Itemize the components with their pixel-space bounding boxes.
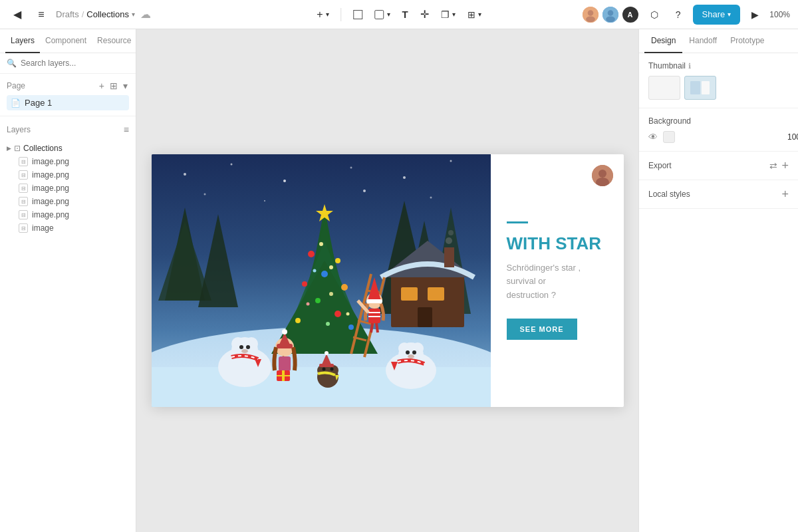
layer-item-3[interactable]: ⊟ image.png <box>4 195 132 208</box>
text-button[interactable]: T <box>397 5 414 25</box>
play-button[interactable]: ▶ <box>745 5 764 24</box>
help-button[interactable]: ? <box>669 5 688 24</box>
text-icon: T <box>402 9 408 20</box>
visibility-icon[interactable]: 👁 <box>648 132 658 142</box>
menu-button[interactable]: ≡ <box>32 5 51 24</box>
svg-point-29 <box>446 237 452 244</box>
breadcrumb-current[interactable]: Collections ▾ <box>86 9 135 19</box>
add-dropdown-icon: ▾ <box>326 11 329 18</box>
svg-rect-26 <box>428 287 444 301</box>
add-export-button[interactable]: + <box>781 160 789 172</box>
svg-point-42 <box>341 284 348 291</box>
export-section: Export ⇄ + <box>639 152 798 180</box>
svg-point-1 <box>587 10 593 16</box>
layer-item-4[interactable]: ⊟ image.png <box>4 208 132 221</box>
image-icon-0: ⊟ <box>19 157 28 166</box>
page-grid-button[interactable]: ⊞ <box>108 79 119 92</box>
card-avatar <box>592 165 613 186</box>
svg-rect-25 <box>401 287 418 301</box>
page-dropdown-button[interactable]: ▾ <box>122 79 129 92</box>
layer-item-1[interactable]: ⊟ image.png <box>4 168 132 182</box>
add-local-style-button[interactable]: + <box>781 188 789 200</box>
move-button[interactable]: ✛ <box>415 5 434 25</box>
zoom-level[interactable]: 100% <box>769 10 790 19</box>
play-icon: ▶ <box>751 9 759 20</box>
svg-point-52 <box>326 322 330 326</box>
svg-point-16 <box>430 197 432 199</box>
svg-line-67 <box>371 323 372 332</box>
back-icon: ◀ <box>13 8 21 21</box>
background-section: Background 👁 EFEFEF 100 % <box>639 108 798 152</box>
topbar-right: A ⬡ ? Share ▾ ▶ 100% <box>581 5 790 25</box>
layer-item-2[interactable]: ⊟ image.png <box>4 182 132 195</box>
layer-item-name-5: image <box>32 223 54 233</box>
tab-layers[interactable]: Layers <box>5 29 40 53</box>
bg-color-swatch[interactable] <box>663 131 675 143</box>
plugin-button[interactable]: ⬡ <box>645 5 664 24</box>
svg-point-48 <box>329 265 333 269</box>
page-item-1[interactable]: 📄 Page 1 <box>7 95 129 110</box>
svg-point-75 <box>241 349 248 353</box>
layer-item-name-2: image.png <box>32 184 69 193</box>
share-button[interactable]: Share ▾ <box>693 5 741 25</box>
layer-item-name-1: image.png <box>32 170 69 180</box>
page-section: Page + ⊞ ▾ 📄 Page 1 <box>0 74 136 116</box>
grid-button[interactable]: ⊞ ▾ <box>462 5 487 25</box>
topbar-left: ◀ ≡ Drafts / Collections ▾ ☁ <box>8 5 576 24</box>
see-more-button[interactable]: SEE MORE <box>507 319 577 340</box>
image-icon-1: ⊟ <box>19 170 28 180</box>
svg-point-89 <box>412 350 416 354</box>
add-page-button[interactable]: + <box>98 79 106 92</box>
tab-handoff[interactable]: Handoff <box>682 29 724 53</box>
shape-icon <box>375 10 384 19</box>
tab-resource[interactable]: Resource <box>92 29 136 53</box>
tab-component[interactable]: Component <box>40 29 92 53</box>
topbar-center: + ▾ ▾ T ✛ ❐ ▾ ⊞ ▾ <box>311 5 487 25</box>
avatar-1 <box>581 5 600 24</box>
image-icon-4: ⊟ <box>19 210 28 219</box>
thumbnail-header: Thumbnail ℹ <box>648 61 789 70</box>
breadcrumb-drafts[interactable]: Drafts <box>56 9 79 19</box>
thumbnail-title: Thumbnail ℹ <box>648 61 691 70</box>
shape-button[interactable]: ▾ <box>370 5 396 25</box>
opacity-value[interactable]: 100 <box>787 132 798 142</box>
svg-point-50 <box>329 292 333 296</box>
canvas-area[interactable]: WITH STAR Schrödinger's star , survival … <box>136 29 638 532</box>
chevron-down-icon: ▾ <box>132 11 135 18</box>
add-button[interactable]: + ▾ <box>311 5 334 25</box>
christmas-scene-svg <box>152 154 491 407</box>
svg-point-45 <box>295 318 301 323</box>
svg-point-14 <box>264 200 265 201</box>
export-title: Export <box>648 161 672 170</box>
svg-point-39 <box>335 258 340 263</box>
svg-point-11 <box>403 176 406 179</box>
svg-point-8 <box>230 164 232 166</box>
thumbnail-active[interactable] <box>684 76 716 100</box>
layer-group-header[interactable]: ▶ ⊡ Collections <box>4 142 132 155</box>
topbar: ◀ ≡ Drafts / Collections ▾ ☁ + ▾ <box>0 0 798 29</box>
bg-hex-input[interactable]: EFEFEF <box>680 132 782 142</box>
layer-group-arrow: ▶ <box>7 145 11 152</box>
thumbnail-empty-1[interactable] <box>648 76 680 100</box>
svg-point-10 <box>350 167 352 169</box>
share-dropdown-icon: ▾ <box>728 11 731 18</box>
page-section-actions: + ⊞ ▾ <box>98 79 129 92</box>
components-button[interactable]: ❐ ▾ <box>436 5 461 25</box>
search-input[interactable] <box>21 59 129 68</box>
svg-point-74 <box>246 345 250 349</box>
export-options-button[interactable]: ⇄ <box>769 160 777 171</box>
tab-prototype[interactable]: Prototype <box>724 29 771 53</box>
frame-button[interactable] <box>348 5 368 25</box>
layer-item-5[interactable]: ⊟ image <box>4 221 132 235</box>
avatar-2 <box>601 5 620 24</box>
layers-section: Layers ≡ ▶ ⊡ Collections ⊟ image.png <box>0 116 136 532</box>
svg-rect-28 <box>444 247 454 267</box>
toolbar-group-frame: ▾ T ✛ ❐ ▾ ⊞ ▾ <box>348 5 487 25</box>
back-button[interactable]: ◀ <box>8 5 27 24</box>
card-title: WITH STAR <box>507 234 608 253</box>
tab-design[interactable]: Design <box>644 29 682 53</box>
svg-point-13 <box>203 194 205 196</box>
layers-collapse-button[interactable]: ≡ <box>124 124 129 135</box>
layer-item-0[interactable]: ⊟ image.png <box>4 155 132 168</box>
svg-point-90 <box>408 354 414 358</box>
